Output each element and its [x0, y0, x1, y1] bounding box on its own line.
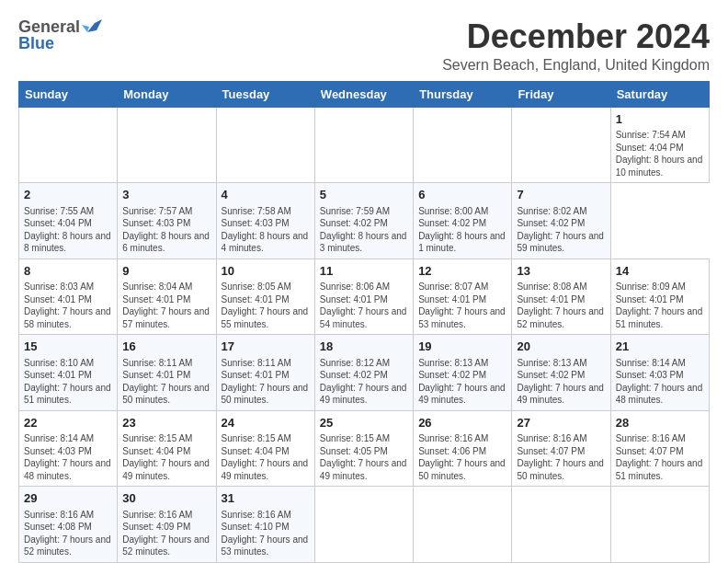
calendar-week-row: 29Sunrise: 8:16 AMSunset: 4:08 PMDayligh… [19, 487, 710, 563]
calendar-cell: 22Sunrise: 8:14 AMSunset: 4:03 PMDayligh… [19, 410, 118, 487]
day-info: Sunrise: 8:15 AMSunset: 4:04 PMDaylight:… [122, 432, 210, 482]
day-info: Sunrise: 8:16 AMSunset: 4:07 PMDaylight:… [616, 432, 704, 482]
day-info: Sunrise: 8:09 AMSunset: 4:01 PMDaylight:… [616, 281, 704, 330]
day-number: 22 [24, 415, 112, 431]
day-number: 15 [24, 339, 112, 355]
calendar-cell: 29Sunrise: 8:16 AMSunset: 4:08 PMDayligh… [19, 487, 118, 563]
calendar-cell: 2Sunrise: 7:55 AMSunset: 4:04 PMDaylight… [19, 183, 118, 259]
day-number: 6 [418, 187, 506, 203]
calendar-cell: 25Sunrise: 8:15 AMSunset: 4:05 PMDayligh… [314, 410, 413, 487]
calendar-cell: 16Sunrise: 8:11 AMSunset: 4:01 PMDayligh… [118, 335, 216, 411]
day-number: 2 [24, 187, 112, 203]
day-info: Sunrise: 8:11 AMSunset: 4:01 PMDaylight:… [222, 357, 310, 407]
col-header-thursday: Thursday [414, 81, 512, 107]
day-number: 7 [517, 187, 605, 203]
calendar-cell: 15Sunrise: 8:10 AMSunset: 4:01 PMDayligh… [19, 335, 118, 411]
month-title: December 2024 [442, 18, 710, 55]
calendar-week-row: 1Sunrise: 7:54 AMSunset: 4:04 PMDaylight… [19, 107, 710, 183]
location-title: Severn Beach, England, United Kingdom [442, 57, 710, 74]
day-number: 10 [222, 263, 310, 280]
calendar-week-row: 8Sunrise: 8:03 AMSunset: 4:01 PMDaylight… [19, 259, 710, 335]
day-info: Sunrise: 8:10 AMSunset: 4:01 PMDaylight:… [24, 357, 112, 407]
calendar-cell: 30Sunrise: 8:16 AMSunset: 4:09 PMDayligh… [118, 487, 216, 563]
day-number: 24 [222, 415, 310, 431]
calendar-cell: 9Sunrise: 8:04 AMSunset: 4:01 PMDaylight… [118, 259, 216, 335]
day-number: 11 [320, 263, 408, 280]
day-info: Sunrise: 8:03 AMSunset: 4:01 PMDaylight:… [24, 281, 112, 330]
svg-marker-1 [82, 25, 89, 32]
day-number: 25 [320, 415, 408, 431]
calendar-cell [610, 487, 709, 563]
day-number: 9 [122, 263, 210, 280]
calendar-cell: 6Sunrise: 8:00 AMSunset: 4:02 PMDaylight… [414, 183, 512, 259]
page-header: General Blue December 2024 Severn Beach,… [18, 18, 710, 74]
day-number: 17 [222, 339, 310, 355]
calendar-header-row: SundayMondayTuesdayWednesdayThursdayFrid… [19, 81, 710, 107]
day-info: Sunrise: 7:54 AMSunset: 4:04 PMDaylight:… [616, 129, 704, 178]
day-number: 5 [320, 187, 408, 203]
day-info: Sunrise: 7:55 AMSunset: 4:04 PMDaylight:… [24, 205, 112, 255]
calendar-cell: 19Sunrise: 8:13 AMSunset: 4:02 PMDayligh… [414, 335, 512, 411]
day-number: 3 [122, 187, 210, 203]
day-number: 26 [418, 415, 506, 431]
calendar-cell [216, 107, 314, 183]
calendar-cell: 14Sunrise: 8:09 AMSunset: 4:01 PMDayligh… [610, 259, 709, 335]
calendar-cell: 13Sunrise: 8:08 AMSunset: 4:01 PMDayligh… [512, 259, 610, 335]
calendar-week-row: 22Sunrise: 8:14 AMSunset: 4:03 PMDayligh… [19, 410, 710, 487]
calendar-cell: 17Sunrise: 8:11 AMSunset: 4:01 PMDayligh… [216, 335, 314, 411]
calendar-cell: 18Sunrise: 8:12 AMSunset: 4:02 PMDayligh… [314, 335, 413, 411]
day-info: Sunrise: 8:13 AMSunset: 4:02 PMDaylight:… [517, 357, 605, 407]
day-info: Sunrise: 8:07 AMSunset: 4:01 PMDaylight:… [418, 281, 506, 330]
day-info: Sunrise: 8:15 AMSunset: 4:04 PMDaylight:… [222, 432, 310, 482]
day-number: 31 [222, 490, 310, 507]
col-header-monday: Monday [118, 81, 216, 107]
day-number: 20 [517, 339, 605, 355]
calendar-cell [314, 107, 413, 183]
day-info: Sunrise: 8:08 AMSunset: 4:01 PMDaylight:… [517, 281, 605, 330]
col-header-wednesday: Wednesday [314, 81, 413, 107]
day-info: Sunrise: 8:02 AMSunset: 4:02 PMDaylight:… [517, 205, 605, 255]
day-info: Sunrise: 8:13 AMSunset: 4:02 PMDaylight:… [418, 357, 506, 407]
calendar-week-row: 2Sunrise: 7:55 AMSunset: 4:04 PMDaylight… [19, 183, 710, 259]
day-number: 8 [24, 263, 112, 280]
day-number: 12 [418, 263, 506, 280]
col-header-friday: Friday [512, 81, 610, 107]
day-info: Sunrise: 8:14 AMSunset: 4:03 PMDaylight:… [616, 357, 704, 407]
day-number: 16 [122, 339, 210, 355]
day-number: 14 [616, 263, 704, 280]
logo: General Blue [18, 18, 102, 53]
calendar-cell [414, 107, 512, 183]
day-info: Sunrise: 8:16 AMSunset: 4:07 PMDaylight:… [517, 432, 605, 482]
calendar-cell: 21Sunrise: 8:14 AMSunset: 4:03 PMDayligh… [610, 335, 709, 411]
day-info: Sunrise: 7:59 AMSunset: 4:02 PMDaylight:… [320, 205, 408, 255]
calendar-cell: 12Sunrise: 8:07 AMSunset: 4:01 PMDayligh… [414, 259, 512, 335]
calendar-cell [19, 107, 118, 183]
day-info: Sunrise: 8:00 AMSunset: 4:02 PMDaylight:… [418, 205, 506, 255]
day-number: 30 [122, 490, 210, 507]
day-info: Sunrise: 8:05 AMSunset: 4:01 PMDaylight:… [222, 281, 310, 330]
day-info: Sunrise: 8:16 AMSunset: 4:09 PMDaylight:… [122, 509, 210, 558]
calendar-cell: 23Sunrise: 8:15 AMSunset: 4:04 PMDayligh… [118, 410, 216, 487]
calendar-week-row: 15Sunrise: 8:10 AMSunset: 4:01 PMDayligh… [19, 335, 710, 411]
day-number: 18 [320, 339, 408, 355]
day-number: 19 [418, 339, 506, 355]
svg-marker-0 [87, 19, 102, 32]
calendar-cell: 11Sunrise: 8:06 AMSunset: 4:01 PMDayligh… [314, 259, 413, 335]
calendar-table: SundayMondayTuesdayWednesdayThursdayFrid… [18, 81, 710, 563]
calendar-cell: 7Sunrise: 8:02 AMSunset: 4:02 PMDaylight… [512, 183, 610, 259]
calendar-cell [512, 487, 610, 563]
calendar-cell: 26Sunrise: 8:16 AMSunset: 4:06 PMDayligh… [414, 410, 512, 487]
day-info: Sunrise: 8:06 AMSunset: 4:01 PMDaylight:… [320, 281, 408, 330]
calendar-cell: 10Sunrise: 8:05 AMSunset: 4:01 PMDayligh… [216, 259, 314, 335]
calendar-cell [414, 487, 512, 563]
day-number: 27 [517, 415, 605, 431]
calendar-cell: 20Sunrise: 8:13 AMSunset: 4:02 PMDayligh… [512, 335, 610, 411]
day-number: 13 [517, 263, 605, 280]
day-number: 29 [24, 490, 112, 507]
calendar-cell: 28Sunrise: 8:16 AMSunset: 4:07 PMDayligh… [610, 410, 709, 487]
title-area: December 2024 Severn Beach, England, Uni… [442, 18, 710, 74]
day-info: Sunrise: 8:16 AMSunset: 4:06 PMDaylight:… [418, 432, 506, 482]
day-info: Sunrise: 8:16 AMSunset: 4:10 PMDaylight:… [222, 509, 310, 558]
calendar-cell: 5Sunrise: 7:59 AMSunset: 4:02 PMDaylight… [314, 183, 413, 259]
calendar-cell [118, 107, 216, 183]
